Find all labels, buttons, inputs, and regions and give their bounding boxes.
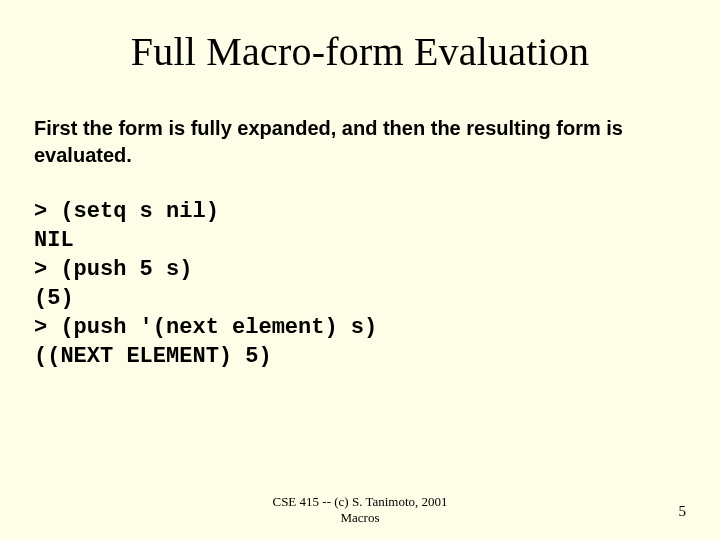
footer-line-1: CSE 415 -- (c) S. Tanimoto, 2001 [0,494,720,510]
page-number: 5 [679,503,687,520]
footer-line-2: Macros [0,510,720,526]
slide-subtitle: First the form is fully expanded, and th… [34,115,686,169]
slide-title: Full Macro-form Evaluation [34,28,686,75]
footer: CSE 415 -- (c) S. Tanimoto, 2001 Macros [0,494,720,527]
slide: Full Macro-form Evaluation First the for… [0,0,720,540]
code-block: > (setq s nil) NIL > (push 5 s) (5) > (p… [34,197,686,371]
